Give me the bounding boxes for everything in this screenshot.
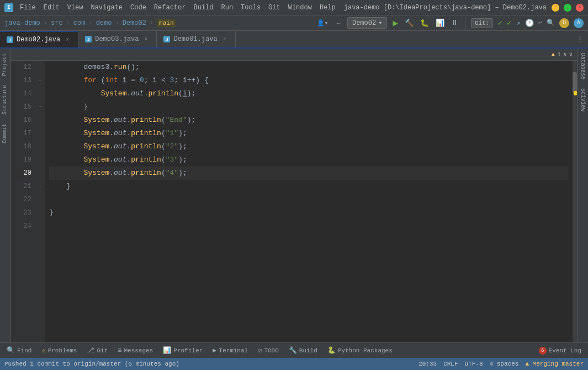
minimize-button[interactable]: −: [552, 4, 559, 12]
commit-panel-label[interactable]: Commit: [0, 119, 10, 148]
avatar[interactable]: U: [559, 18, 569, 28]
editor-gutter: 12 13 14 15 16 17 18 19 20 21 22 23 24 −: [11, 61, 45, 342]
breadcrumb-com[interactable]: com: [73, 19, 86, 27]
find-icon: 🔍: [7, 346, 15, 355]
line-20: 20: [15, 167, 31, 180]
status-crlf[interactable]: CRLF: [443, 361, 458, 367]
code-line-21: }: [49, 180, 568, 193]
status-indent[interactable]: 4 spaces: [490, 361, 519, 367]
database-panel-label[interactable]: Database: [578, 49, 587, 84]
problems-button[interactable]: ⚠ Problems: [37, 345, 81, 357]
menu-file[interactable]: File: [17, 3, 39, 13]
maximize-button[interactable]: □: [564, 4, 571, 12]
menu-tools[interactable]: Tools: [237, 3, 264, 13]
menu-window[interactable]: Window: [285, 3, 315, 13]
git-label: Git:: [475, 20, 489, 26]
profiler-button[interactable]: 📊 Profiler: [158, 345, 207, 357]
menu-view[interactable]: View: [64, 3, 87, 13]
stop-button[interactable]: ⏸: [450, 18, 459, 28]
history-button[interactable]: 🕐: [525, 19, 534, 28]
tab-demo01[interactable]: J Demo01.java ×: [157, 31, 235, 47]
fold-15[interactable]: −: [36, 100, 45, 114]
code-line-24: [49, 219, 568, 233]
python-packages-button[interactable]: 🐍 Python Packages: [323, 345, 397, 357]
menu-run[interactable]: Run: [218, 3, 236, 13]
breadcrumb-file[interactable]: Demo02: [123, 19, 146, 27]
breadcrumb-src[interactable]: src: [51, 19, 63, 27]
run-config-label: Demo02: [352, 19, 376, 27]
messages-icon: ≡: [118, 347, 121, 355]
status-right: 20:33 CRLF UTF-8 4 spaces ▲ Merging mast…: [419, 361, 584, 367]
warning-down-arrow[interactable]: ∨: [569, 51, 573, 58]
right-side-panel: Database SciView: [577, 49, 588, 342]
tab-close-demo03[interactable]: ×: [142, 35, 150, 43]
menu-edit[interactable]: Edit: [40, 3, 63, 13]
tab-more-button[interactable]: ⋮: [572, 31, 588, 47]
undo-button[interactable]: ↩: [538, 19, 542, 27]
back-button[interactable]: ←: [335, 19, 343, 28]
vertical-scrollbar[interactable]: [573, 61, 577, 342]
code-editor[interactable]: 12 13 14 15 16 17 18 19 20 21 22 23 24 −: [11, 61, 577, 342]
menu-build[interactable]: Build: [190, 3, 216, 13]
code-text-area[interactable]: demos3.run(); for (int i = 0; i < 3; i++…: [45, 61, 573, 342]
breadcrumb-demo[interactable]: demo: [96, 19, 112, 27]
project-panel-label[interactable]: Project: [0, 49, 10, 81]
fold-24: [36, 219, 45, 233]
messages-button[interactable]: ≡ Messages: [113, 345, 157, 357]
tab-icon-demo03: J: [85, 36, 92, 42]
warning-bar: ▲ 1 ∧ ∨: [11, 49, 577, 61]
run-button[interactable]: ▶: [391, 17, 399, 30]
run-config-selector[interactable]: Demo02 ▾: [347, 17, 387, 29]
fold-18: [36, 140, 45, 153]
git-bottom-button[interactable]: ⎇ Git: [82, 345, 112, 357]
build-label: Build: [299, 347, 317, 354]
code-line-15: }: [49, 100, 568, 114]
tab-demo02[interactable]: J Demo02.java ×: [0, 31, 78, 47]
menu-git[interactable]: Git: [265, 3, 284, 13]
line-23: 23: [15, 206, 31, 219]
close-button[interactable]: ×: [576, 4, 584, 12]
tab-close-demo02[interactable]: ×: [63, 36, 71, 44]
fold-21[interactable]: −: [36, 180, 45, 193]
menu-help[interactable]: Help: [316, 3, 339, 13]
status-charset[interactable]: UTF-8: [465, 361, 483, 367]
breadcrumb-project[interactable]: java-demo: [4, 19, 40, 27]
find-button[interactable]: 🔍 Find: [2, 345, 36, 357]
status-warning[interactable]: ▲ Merging master: [525, 361, 584, 367]
tab-bar: J Demo02.java × J Demo03.java × J Demo01…: [0, 31, 588, 49]
git-checkmark[interactable]: ✓: [497, 18, 502, 28]
build-bottom-button[interactable]: 🔧 Build: [284, 345, 322, 357]
bottom-toolbar: 🔍 Find ⚠ Problems ⎇ Git ≡ Messages 📊 Pro…: [0, 342, 588, 358]
todo-button[interactable]: ☑ TODO: [253, 345, 283, 357]
warning-up-arrow[interactable]: ∧: [563, 51, 567, 58]
structure-panel-label[interactable]: Structure: [0, 81, 10, 119]
find-label: Find: [17, 347, 31, 354]
debug-button[interactable]: 🐛: [419, 18, 430, 29]
line-17: 17: [15, 127, 31, 140]
search-button[interactable]: 🔍: [547, 19, 555, 27]
git-button[interactable]: Git:: [471, 18, 493, 28]
breadcrumb-method[interactable]: main: [157, 19, 176, 27]
scrollbar-thumb[interactable]: [573, 72, 577, 94]
menu-refactor[interactable]: Refactor: [151, 3, 189, 13]
vcs-icon[interactable]: 👤▾: [315, 18, 331, 28]
build-button[interactable]: 🔨: [404, 18, 415, 29]
git-checkmark2[interactable]: ✓: [507, 18, 511, 28]
code-line-16: System.out.println("End");: [49, 114, 568, 127]
coverage-button[interactable]: 📊: [435, 18, 446, 29]
tab-demo03[interactable]: J Demo03.java ×: [78, 31, 157, 47]
fold-20: [36, 167, 45, 180]
menu-code[interactable]: Code: [127, 3, 150, 13]
git-push[interactable]: ↗: [516, 18, 520, 28]
code-line-20: System.out.println("4");: [49, 167, 568, 180]
avatar2[interactable]: A: [574, 18, 584, 28]
tab-close-demo01[interactable]: ×: [221, 35, 229, 43]
menu-navigate[interactable]: Navigate: [87, 3, 126, 13]
terminal-button[interactable]: ▶ Terminal: [208, 345, 252, 357]
app-icon: I: [4, 3, 13, 12]
event-log-button[interactable]: 6 Event Log: [534, 345, 586, 357]
editor-empty-space: [49, 233, 568, 342]
status-line-col[interactable]: 20:33: [419, 361, 437, 367]
sciview-panel-label[interactable]: SciView: [578, 84, 587, 116]
fold-13[interactable]: −: [36, 74, 45, 87]
